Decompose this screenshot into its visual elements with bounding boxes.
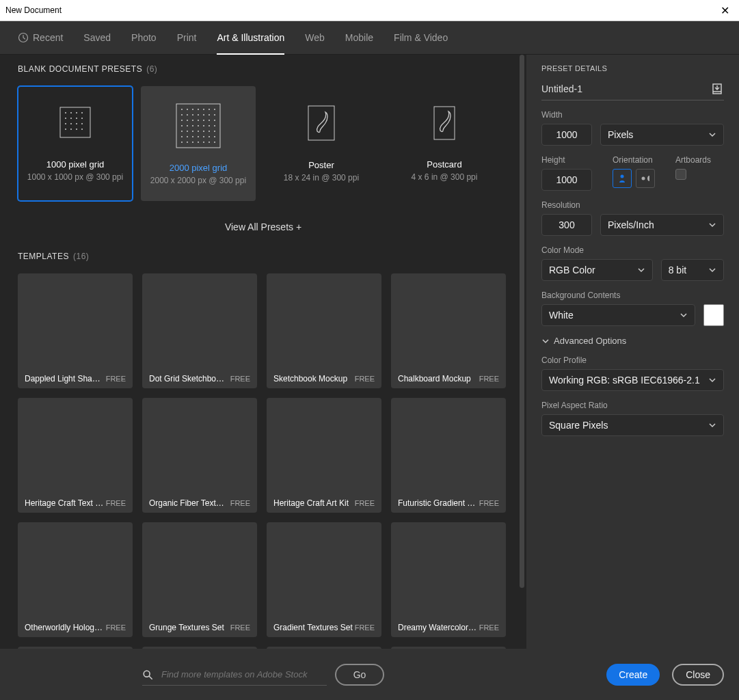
template-card[interactable]: Futuristic Gradient T…FREE xyxy=(391,398,506,513)
width-label: Width xyxy=(541,110,724,120)
brush-icon xyxy=(308,105,335,141)
search-input[interactable] xyxy=(160,669,327,680)
svg-point-12 xyxy=(76,123,77,124)
width-unit-select[interactable]: Pixels xyxy=(600,124,724,146)
svg-point-11 xyxy=(70,123,72,124)
svg-point-22 xyxy=(198,109,199,110)
color-profile-select[interactable]: Working RGB: sRGB IEC61966-2.1 xyxy=(541,369,724,391)
brush-icon xyxy=(433,106,455,140)
create-button[interactable]: Create xyxy=(606,664,660,686)
svg-point-38 xyxy=(209,120,210,121)
svg-point-26 xyxy=(181,114,183,116)
svg-point-36 xyxy=(198,120,199,121)
width-input[interactable] xyxy=(541,124,592,146)
tab-art-illustration[interactable]: Art & Illustration xyxy=(217,21,284,54)
orientation-label: Orientation xyxy=(613,155,655,165)
template-card[interactable]: Organic Fiber Textur…FREE xyxy=(142,398,257,513)
close-icon[interactable]: ✕ xyxy=(716,4,734,17)
title-bar: New Document ✕ xyxy=(0,0,739,21)
artboards-checkbox[interactable] xyxy=(675,169,686,180)
svg-point-55 xyxy=(187,136,188,137)
advanced-toggle[interactable]: Advanced Options xyxy=(541,336,724,346)
preset-sub: 2000 x 2000 px @ 300 ppi xyxy=(150,176,246,185)
svg-point-37 xyxy=(203,120,204,121)
svg-point-50 xyxy=(198,131,199,132)
preset-2000-grid[interactable]: 2000 pixel grid 2000 x 2000 px @ 300 ppi xyxy=(141,86,256,201)
resolution-input[interactable] xyxy=(541,214,592,236)
svg-point-42 xyxy=(192,125,193,126)
template-card[interactable]: Dappled Light Shado…FREE xyxy=(18,273,133,388)
svg-point-16 xyxy=(76,129,77,130)
clock-icon xyxy=(18,32,29,43)
details-heading: PRESET DETAILS xyxy=(541,64,724,72)
template-card[interactable] xyxy=(142,647,257,649)
tab-saved[interactable]: Saved xyxy=(83,21,111,54)
svg-point-34 xyxy=(187,120,188,121)
template-card[interactable]: Dot Grid Sketchbook…FREE xyxy=(142,273,257,388)
tab-web[interactable]: Web xyxy=(305,21,325,54)
view-all-presets[interactable]: View All Presets + xyxy=(18,201,509,252)
tab-print[interactable]: Print xyxy=(177,21,197,54)
template-card[interactable]: Chalkboard MockupFREE xyxy=(391,273,506,388)
orientation-landscape[interactable] xyxy=(636,169,655,188)
template-card[interactable]: Heritage Craft Art KitFREE xyxy=(267,398,381,513)
dialog-footer: Create Close xyxy=(606,664,724,686)
template-card[interactable]: Dreamy Watercolor T…FREE xyxy=(391,522,506,637)
template-card[interactable]: Sketchbook MockupFREE xyxy=(267,273,381,388)
preset-1000-grid[interactable]: 1000 pixel grid 1000 x 1000 px @ 300 ppi xyxy=(18,86,133,201)
svg-point-45 xyxy=(209,125,210,126)
template-card[interactable] xyxy=(18,647,133,649)
search-field[interactable] xyxy=(142,664,327,686)
close-button[interactable]: Close xyxy=(672,664,724,686)
template-card[interactable]: Grunge Textures SetFREE xyxy=(142,522,257,637)
preset-poster[interactable]: Poster 18 x 24 in @ 300 ppi xyxy=(264,86,379,201)
svg-point-10 xyxy=(65,123,66,124)
preset-postcard[interactable]: Postcard 4 x 6 in @ 300 ppi xyxy=(387,86,502,201)
svg-point-59 xyxy=(209,136,210,137)
background-swatch[interactable] xyxy=(703,304,724,326)
resolution-unit-select[interactable]: Pixels/Inch xyxy=(600,214,724,236)
svg-point-6 xyxy=(65,118,66,119)
height-input[interactable] xyxy=(541,169,592,191)
search-bar: Go xyxy=(0,649,526,700)
template-card[interactable] xyxy=(267,647,381,649)
svg-point-57 xyxy=(198,136,199,137)
svg-point-65 xyxy=(203,142,204,143)
template-card[interactable]: Gradient Textures SetFREE xyxy=(267,522,381,637)
preset-sub: 4 x 6 in @ 300 ppi xyxy=(412,172,478,182)
tab-mobile[interactable]: Mobile xyxy=(345,21,373,54)
svg-point-43 xyxy=(198,125,199,126)
svg-point-49 xyxy=(192,131,193,132)
bit-depth-select[interactable]: 8 bit xyxy=(661,259,724,281)
svg-point-13 xyxy=(81,123,83,124)
background-select[interactable]: White xyxy=(541,304,695,326)
color-mode-select[interactable]: RGB Color xyxy=(541,259,653,281)
preset-title: Poster xyxy=(308,160,334,170)
pixel-ratio-select[interactable]: Square Pixels xyxy=(541,414,724,436)
preset-title: 1000 pixel grid xyxy=(46,159,105,170)
template-card[interactable]: Heritage Craft Text E…FREE xyxy=(18,398,133,513)
svg-point-48 xyxy=(187,131,188,132)
svg-point-61 xyxy=(181,142,183,143)
document-name[interactable]: Untitled-1 xyxy=(541,83,582,94)
scrollbar-thumb[interactable] xyxy=(520,55,524,588)
svg-point-58 xyxy=(203,136,204,137)
svg-point-52 xyxy=(209,131,210,132)
presets-heading: BLANK DOCUMENT PRESETS (6) xyxy=(18,64,509,74)
svg-point-62 xyxy=(187,142,188,143)
tab-recent[interactable]: Recent xyxy=(18,21,63,54)
tab-photo[interactable]: Photo xyxy=(131,21,157,54)
svg-point-14 xyxy=(65,129,66,130)
preset-details-panel: PRESET DETAILS Untitled-1 Width Pixels H… xyxy=(526,55,739,700)
color-mode-label: Color Mode xyxy=(541,245,724,255)
left-panel: BLANK DOCUMENT PRESETS (6) 1000 pixel gr… xyxy=(0,55,526,700)
svg-point-20 xyxy=(187,109,188,110)
template-card[interactable] xyxy=(391,647,506,649)
template-card[interactable]: Otherworldly Hologr…FREE xyxy=(18,522,133,637)
svg-point-15 xyxy=(70,129,72,130)
svg-point-31 xyxy=(209,114,210,116)
tab-film-video[interactable]: Film & Video xyxy=(394,21,448,54)
save-preset-icon[interactable] xyxy=(710,82,724,96)
go-button[interactable]: Go xyxy=(335,664,384,686)
orientation-portrait[interactable] xyxy=(613,169,632,188)
